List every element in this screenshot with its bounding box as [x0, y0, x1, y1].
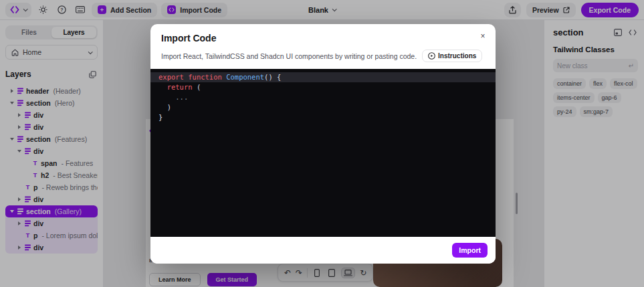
- code-line: ...: [150, 92, 496, 102]
- code-editor[interactable]: export function Component() { return ( .…: [150, 69, 496, 237]
- modal-description: Import React, TailwindCSS and Shadcn UI …: [161, 52, 417, 60]
- code-line: return (: [150, 82, 496, 92]
- code-line: ): [150, 102, 496, 112]
- modal-title: Import Code: [161, 33, 485, 43]
- import-code-modal: Import Code × Import React, TailwindCSS …: [150, 24, 496, 264]
- instructions-button[interactable]: Instructions: [422, 50, 482, 62]
- code-line: export function Component() {: [150, 72, 496, 82]
- app-root: ? + Add Section Import Code Blank: [0, 0, 644, 287]
- close-icon[interactable]: ×: [477, 30, 489, 42]
- import-button[interactable]: Import: [452, 243, 488, 258]
- code-line: }: [150, 112, 496, 122]
- instructions-label: Instructions: [438, 52, 476, 60]
- play-circle-icon: [428, 52, 435, 60]
